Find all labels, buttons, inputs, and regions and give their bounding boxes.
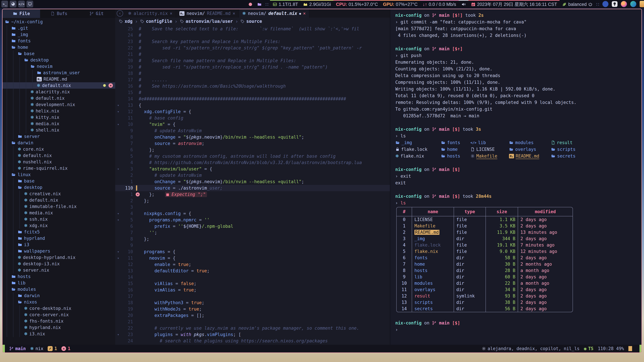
- tree-item[interactable]: ❄core-server.nix: [2, 312, 115, 318]
- display-launcher[interactable]: [26, 1, 33, 7]
- tree-item[interactable]: ❄desktop-i3.nix: [2, 261, 115, 267]
- ls-table-cell: 1: [397, 223, 412, 229]
- tree-item[interactable]: ❄fhs-fonts.nix: [2, 318, 115, 324]
- firefox-icon[interactable]: [621, 1, 627, 7]
- tree-item[interactable]: hosts: [2, 273, 115, 280]
- fold-marker-icon[interactable]: ▾: [115, 212, 121, 216]
- tree-item[interactable]: base: [2, 50, 115, 57]
- tree-item[interactable]: ~/nix-config: [2, 18, 115, 25]
- tree-item[interactable]: darwin: [2, 293, 115, 299]
- fold-marker-icon[interactable]: ▾: [115, 167, 121, 171]
- tree-item[interactable]: astronvim_user: [2, 69, 115, 76]
- tree-item[interactable]: ❄i3.nix: [2, 331, 115, 337]
- tree-item[interactable]: ❄rime-squirrel.nix: [2, 165, 115, 171]
- code-area[interactable]: 25# Save the selected text to a file: `:…: [115, 25, 390, 345]
- tree-item[interactable]: ❄shell.nix: [2, 127, 115, 133]
- tree-item[interactable]: ❄creative.nix: [2, 191, 115, 197]
- tree-item[interactable]: ❄kitty.nix: [2, 114, 115, 120]
- system-tray[interactable]: [601, 0, 610, 8]
- fold-marker-icon[interactable]: ▾: [115, 333, 121, 337]
- power-profile-icon: [562, 2, 567, 7]
- tab-close-icon[interactable]: ×: [232, 11, 235, 16]
- explorer-tab-label: Bufs: [57, 11, 68, 16]
- tree-item[interactable]: M↓README.md: [2, 76, 115, 82]
- tree-item[interactable]: ❄nushell.nix: [2, 159, 115, 165]
- breadcrumb-item[interactable]: configFile: [140, 19, 172, 24]
- tree-item[interactable]: server: [2, 133, 115, 140]
- tree-item[interactable]: ❄media.nix: [2, 120, 115, 127]
- system-tray[interactable]: [628, 0, 638, 8]
- tree-item[interactable]: i3: [2, 242, 115, 248]
- bluetooth-icon[interactable]: [602, 1, 608, 7]
- tree-item[interactable]: lib: [2, 280, 115, 286]
- tree-item[interactable]: wallpapers: [2, 248, 115, 254]
- editor-launcher[interactable]: </>: [18, 1, 25, 7]
- tree-item[interactable]: ❄ssh.nix: [2, 216, 115, 222]
- tree-item[interactable]: ❄core.nix: [2, 146, 115, 152]
- browser-launcher[interactable]: [10, 1, 16, 7]
- explorer-tab-file[interactable]: File: [2, 9, 40, 18]
- volume-module[interactable]: [459, 0, 468, 8]
- tree-item[interactable]: desktop: [2, 184, 115, 191]
- fold-marker-icon[interactable]: ▾: [115, 218, 121, 222]
- tree-item[interactable]: modules: [2, 286, 115, 293]
- tree-item[interactable]: ❄alacritty.nix: [2, 89, 115, 95]
- explorer-tab-git[interactable]: Git: [78, 9, 115, 18]
- fold-marker-icon[interactable]: ▾: [115, 250, 121, 254]
- terminal-line: [395, 39, 642, 45]
- tree-item[interactable]: .git: [2, 25, 115, 31]
- tree-item[interactable]: ❄default.nix: [2, 152, 115, 159]
- tab-scroll-left[interactable]: ‹: [115, 9, 124, 17]
- terminal-launcher[interactable]: >_: [1, 1, 8, 7]
- tree-item[interactable]: neovim: [2, 63, 115, 69]
- fold-marker-icon[interactable]: ▾: [115, 122, 121, 126]
- tree-item[interactable]: ❄helix.nix: [2, 108, 115, 114]
- buffer-tab-README.md[interactable]: M↓neovim/README.md×: [176, 9, 239, 17]
- tray-edge-icon[interactable]: [640, 1, 644, 7]
- close-buffer-icon[interactable]: ×: [108, 83, 113, 88]
- tree-item[interactable]: ❄immutable-file.nix: [2, 203, 115, 210]
- fold-marker-icon[interactable]: ▾: [115, 110, 121, 114]
- tree-item[interactable]: ❄media.nix: [2, 210, 115, 216]
- tree-item[interactable]: ❄default.nix×: [2, 82, 115, 89]
- messenger-app-icon[interactable]: [630, 1, 636, 7]
- tree-item[interactable]: fcitx5: [2, 229, 115, 235]
- vault-app-icon[interactable]: [612, 1, 618, 7]
- ls-table-cell: 9: [397, 274, 412, 280]
- breadcrumb-item[interactable]: astronvim/lua/user: [180, 19, 233, 24]
- system-tray[interactable]: [619, 0, 628, 8]
- tree-item[interactable]: desktop: [2, 57, 115, 63]
- terminal-pane[interactable]: nix-config on main [$!] took 2s› git com…: [390, 9, 642, 345]
- tab-close-icon[interactable]: ×: [170, 11, 172, 16]
- tree-item[interactable]: fonts: [2, 38, 115, 44]
- tab-close-icon[interactable]: ×: [303, 11, 306, 16]
- breadcrumb-item[interactable]: source: [240, 19, 262, 24]
- tree-item[interactable]: ❄server.nix: [2, 267, 115, 273]
- tree-item[interactable]: darwin: [2, 140, 115, 146]
- tree-item[interactable]: home: [2, 44, 115, 50]
- tree-item[interactable]: hyprland: [2, 235, 115, 242]
- tree-item[interactable]: ❄default.nix: [2, 95, 115, 101]
- tree-item[interactable]: ❄xdg.nix: [2, 222, 115, 229]
- power-profile-module[interactable]: balanced: [560, 0, 595, 8]
- tree-item[interactable]: _img: [2, 31, 115, 38]
- fold-marker-icon[interactable]: ▾: [115, 256, 121, 260]
- tree-item[interactable]: ❄development.nix: [2, 101, 115, 108]
- explorer-tab-bufs[interactable]: Bufs: [40, 9, 78, 18]
- system-tray[interactable]: [610, 0, 619, 8]
- system-tray[interactable]: [638, 0, 644, 8]
- tree-item[interactable]: linux: [2, 171, 115, 178]
- tree-item-label: xdg.nix: [29, 223, 48, 228]
- tree-item[interactable]: ❄default.nix: [2, 197, 115, 203]
- tree-item[interactable]: ❄hyprland.nix: [2, 324, 115, 331]
- breadcrumb-item[interactable]: xdg: [119, 19, 132, 24]
- tree-item[interactable]: ❄core-desktop.nix: [2, 305, 115, 312]
- buffer-tab-alacritty.nix[interactable]: ❄alacritty.nix×: [124, 9, 176, 17]
- tree-item[interactable]: base: [2, 178, 115, 184]
- buffer-tab-default.nix[interactable]: ❄neovim/default.nix●×: [239, 9, 310, 17]
- tree-item[interactable]: ❄desktop-hyprland.nix: [2, 254, 115, 261]
- fold-marker-icon[interactable]: ▾: [115, 103, 121, 107]
- ls-table-cell: LICENSE: [412, 216, 454, 223]
- tree-item[interactable]: nixos: [2, 299, 115, 305]
- ls-table-cell: dir: [454, 286, 486, 293]
